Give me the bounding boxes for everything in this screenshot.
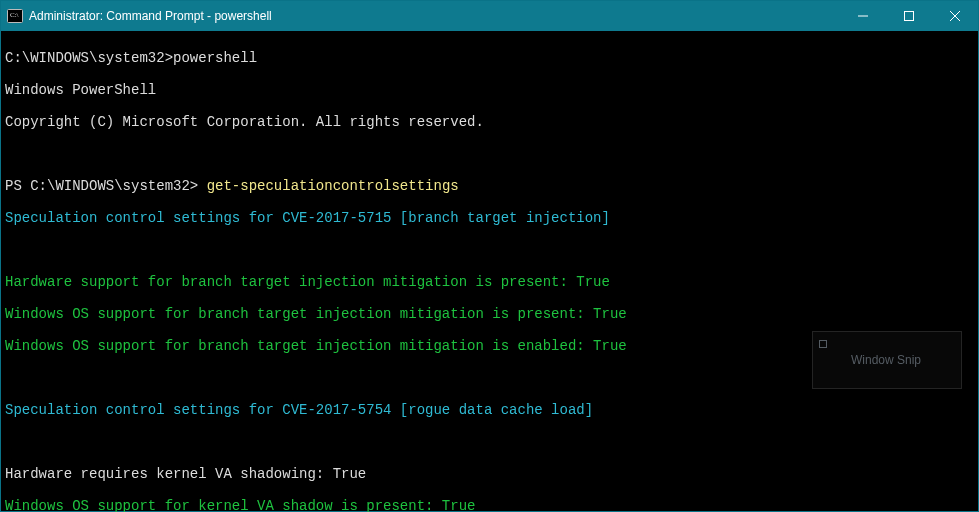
result-line: Windows OS support for kernel VA shadow … — [5, 498, 974, 512]
section-header: Speculation control settings for CVE-201… — [5, 402, 974, 418]
minimize-button[interactable] — [840, 1, 886, 31]
cmd-icon: C:\ — [7, 8, 23, 24]
blank-line — [5, 146, 974, 162]
maximize-button[interactable] — [886, 1, 932, 31]
snip-overlay: Window Snip — [812, 331, 962, 389]
terminal-window: C:\ Administrator: Command Prompt - powe… — [0, 0, 979, 512]
close-button[interactable] — [932, 1, 978, 31]
ps-command: get-speculationcontrolsettings — [207, 178, 459, 194]
prompt-cmd: powershell — [173, 50, 257, 66]
result-line: Hardware support for branch target injec… — [5, 274, 974, 290]
banner-line: Copyright (C) Microsoft Corporation. All… — [5, 114, 974, 130]
result-line: Windows OS support for branch target inj… — [5, 306, 974, 322]
console-output[interactable]: C:\WINDOWS\system32>powershell Windows P… — [1, 31, 978, 511]
section-header: Speculation control settings for CVE-201… — [5, 210, 974, 226]
window-title: Administrator: Command Prompt - powershe… — [29, 9, 840, 23]
blank-line — [5, 434, 974, 450]
svg-rect-3 — [905, 12, 914, 21]
prompt-path: C:\WINDOWS\system32> — [5, 50, 173, 66]
titlebar[interactable]: C:\ Administrator: Command Prompt - powe… — [1, 1, 978, 31]
result-line: Hardware requires kernel VA shadowing: T… — [5, 466, 974, 482]
svg-text:C:\: C:\ — [10, 11, 19, 19]
snip-overlay-label: Window Snip — [851, 353, 921, 367]
blank-line — [5, 242, 974, 258]
ps-prompt: PS C:\WINDOWS\system32> — [5, 178, 207, 194]
banner-line: Windows PowerShell — [5, 82, 974, 98]
